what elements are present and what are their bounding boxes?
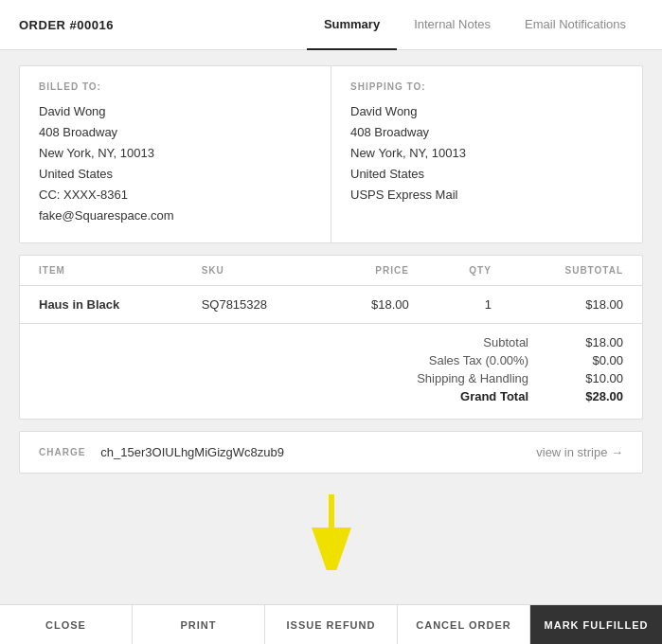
arrow-icon	[303, 494, 360, 570]
shipping-address2: New York, NY, 10013	[350, 143, 623, 164]
col-subtotal: SUBTOTAL	[510, 256, 642, 286]
header: ORDER #00016 Summary Internal Notes Emai…	[0, 0, 662, 50]
shipping-to-section: SHIPPING TO: David Wong 408 Broadway New…	[331, 66, 642, 242]
footer: CLOSE PRINT ISSUE REFUND CANCEL ORDER MA…	[0, 604, 662, 644]
item-qty: 1	[428, 285, 510, 323]
cancel-order-button[interactable]: CANCEL ORDER	[398, 605, 530, 644]
main-content: BILLED TO: David Wong 408 Broadway New Y…	[0, 50, 662, 604]
tab-nav: Summary Internal Notes Email Notificatio…	[307, 0, 643, 50]
col-qty: QTY	[428, 256, 510, 286]
col-item: ITEM	[20, 256, 183, 286]
charge-id: ch_15er3OIULhgMiGizgWc8zub9	[100, 445, 536, 459]
items-table: ITEM SKU PRICE QTY SUBTOTAL Haus in Blac…	[20, 256, 642, 323]
tax-value: $0.00	[547, 353, 623, 367]
billing-name: David Wong	[39, 101, 312, 122]
shipping-label: Shipping & Handling	[358, 371, 547, 385]
tab-summary[interactable]: Summary	[307, 0, 397, 50]
arrow-annotation	[19, 485, 643, 570]
mark-fulfilled-button[interactable]: MARK FULFILLED	[530, 605, 662, 644]
billing-email: fake@Squarespace.com	[39, 206, 312, 226]
issue-refund-button[interactable]: ISSUE REFUND	[265, 605, 398, 644]
billing-address1: 408 Broadway	[39, 122, 312, 143]
subtotal-row: Subtotal $18.00	[39, 333, 623, 351]
billed-to-label: BILLED TO:	[39, 81, 312, 92]
totals-section: Subtotal $18.00 Sales Tax (0.00%) $0.00 …	[20, 323, 642, 419]
subtotal-label: Subtotal	[358, 335, 547, 349]
address-card: BILLED TO: David Wong 408 Broadway New Y…	[19, 65, 643, 243]
shipping-name: David Wong	[350, 101, 623, 122]
charge-label: CHARGE	[39, 447, 85, 457]
billing-country: United States	[39, 164, 312, 185]
charge-card: CHARGE ch_15er3OIULhgMiGizgWc8zub9 view …	[19, 431, 643, 474]
billed-to-address: David Wong 408 Broadway New York, NY, 10…	[39, 101, 312, 227]
item-price: $18.00	[325, 285, 428, 323]
billed-to-section: BILLED TO: David Wong 408 Broadway New Y…	[20, 66, 331, 242]
col-sku: SKU	[183, 256, 325, 286]
item-sku: SQ7815328	[183, 285, 325, 323]
shipping-method: USPS Express Mail	[350, 185, 623, 206]
subtotal-value: $18.00	[547, 335, 623, 349]
tab-email-notifications[interactable]: Email Notifications	[508, 0, 643, 50]
item-subtotal: $18.00	[510, 285, 642, 323]
shipping-address1: 408 Broadway	[350, 122, 623, 143]
billing-address2: New York, NY, 10013	[39, 143, 312, 164]
print-button[interactable]: PRINT	[133, 605, 265, 644]
shipping-value: $10.00	[547, 371, 623, 385]
close-button[interactable]: CLOSE	[0, 605, 133, 644]
shipping-row: Shipping & Handling $10.00	[39, 369, 623, 387]
tax-label: Sales Tax (0.00%)	[358, 353, 547, 367]
shipping-to-address: David Wong 408 Broadway New York, NY, 10…	[350, 101, 623, 206]
shipping-to-label: SHIPPING TO:	[350, 81, 623, 92]
grand-label: Grand Total	[358, 389, 547, 403]
shipping-country: United States	[350, 164, 623, 185]
grand-value: $28.00	[547, 389, 623, 403]
table-row: Haus in Black SQ7815328 $18.00 1 $18.00	[20, 285, 642, 323]
grand-total-row: Grand Total $28.00	[39, 387, 623, 405]
col-price: PRICE	[325, 256, 428, 286]
tab-internal-notes[interactable]: Internal Notes	[397, 0, 508, 50]
billing-cc: CC: XXXX-8361	[39, 185, 312, 206]
items-card: ITEM SKU PRICE QTY SUBTOTAL Haus in Blac…	[19, 255, 643, 420]
tax-row: Sales Tax (0.00%) $0.00	[39, 351, 623, 369]
order-number: ORDER #00016	[19, 18, 114, 32]
item-name: Haus in Black	[20, 285, 183, 323]
view-in-stripe-link[interactable]: view in stripe →	[536, 445, 623, 459]
